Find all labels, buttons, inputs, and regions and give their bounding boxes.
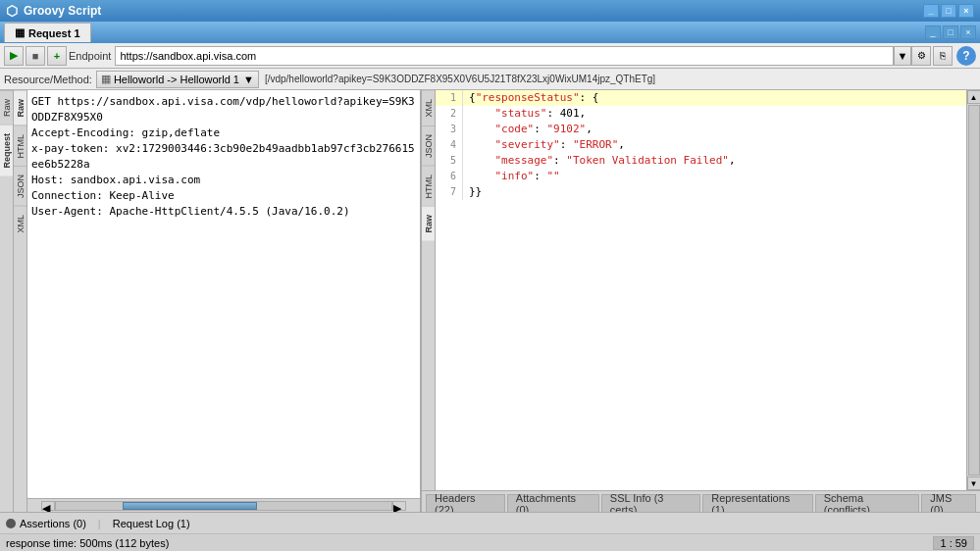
line-number: 3: [436, 122, 463, 137]
log-label: Request Log (1): [113, 518, 190, 529]
dropdown-icon: ▼: [243, 74, 254, 85]
line-number: 5: [436, 153, 463, 169]
tab-close-btn[interactable]: ×: [960, 25, 976, 39]
right-side-tabs: XML JSON HTML Raw: [422, 90, 436, 490]
request-tab-icon: ▦: [15, 26, 25, 39]
settings-btn[interactable]: ⚙: [911, 46, 931, 66]
copy-btn[interactable]: ⎘: [933, 46, 953, 66]
json-line-3: 3 "code": "9102",: [436, 122, 966, 137]
json-line-4: 4 "severity": "ERROR",: [436, 137, 966, 153]
left-content: Raw HTML JSON XML GET https://sandbox.ap…: [14, 90, 420, 512]
grid-icon: ▦: [101, 73, 111, 85]
json-line-5: 5 "message": "Token Validation Failed",: [436, 153, 966, 169]
request-tab-bar: ▦ Request 1 _ □ ×: [0, 22, 980, 43]
vscroll-down-btn[interactable]: ▼: [967, 476, 981, 490]
vscroll-up-btn[interactable]: ▲: [967, 90, 981, 104]
endpoint-input[interactable]: [115, 46, 894, 66]
horizontal-scrollbar[interactable]: ◀ ▶: [27, 498, 420, 512]
response-bottom-tab-1[interactable]: Attachments (0): [507, 494, 599, 512]
vscroll-track[interactable]: [968, 105, 980, 476]
side-tab-raw[interactable]: Raw: [0, 90, 13, 125]
split-area: Raw Request Raw HTML JSON XML GET https:…: [0, 90, 980, 512]
title-text: Groovy Script: [24, 4, 101, 18]
right-content: XML JSON HTML Raw 1{"responseStatus": {2…: [422, 90, 980, 490]
line-number: 7: [436, 184, 463, 200]
separator: |: [98, 518, 101, 529]
line-number: 1: [436, 90, 463, 106]
req-tab-raw[interactable]: Raw: [14, 90, 26, 125]
left-panel: Raw Request Raw HTML JSON XML GET https:…: [0, 90, 422, 512]
resource-path: [/vdp/helloworld?apikey=S9K3ODDZF8X95X0V…: [265, 74, 976, 84]
title-controls: _ □ ×: [923, 4, 974, 18]
tab-minimize-btn[interactable]: _: [925, 25, 941, 39]
request-tab[interactable]: ▦ Request 1: [4, 23, 91, 42]
add-button[interactable]: +: [47, 46, 67, 66]
json-line-2: 2 "status": 401,: [436, 106, 966, 122]
json-line-1: 1{"responseStatus": {: [436, 90, 966, 106]
assertion-label: Assertions (0): [20, 518, 86, 529]
resp-tab-xml[interactable]: XML: [422, 90, 435, 125]
json-line-7: 7}}: [436, 184, 966, 200]
req-tab-json[interactable]: JSON: [14, 166, 26, 206]
endpoint-dropdown[interactable]: ▼: [894, 46, 911, 66]
line-number: 6: [436, 169, 463, 184]
right-panel: XML JSON HTML Raw 1{"responseStatus": {2…: [422, 90, 980, 512]
json-editor[interactable]: 1{"responseStatus": {2 "status": 401,3 "…: [436, 90, 966, 490]
json-line-6: 6 "info": "": [436, 169, 966, 184]
req-tab-html[interactable]: HTML: [14, 125, 26, 167]
response-bottom-tab-5[interactable]: JMS (0): [921, 494, 976, 512]
assertion-dot: [6, 519, 16, 528]
line-col: 1 : 59: [933, 536, 974, 550]
line-content: "info": "": [463, 169, 560, 184]
response-bottom-tab-3[interactable]: Representations (1): [702, 494, 813, 512]
title-bar: ⬡ Groovy Script _ □ ×: [0, 0, 980, 22]
endpoint-label: Endpoint: [69, 50, 111, 62]
hscroll-thumb[interactable]: [123, 502, 257, 510]
app-icon: ⬡: [6, 3, 18, 19]
line-content: "severity": "ERROR",: [463, 137, 625, 153]
resp-tab-raw[interactable]: Raw: [422, 206, 435, 241]
line-content: {"responseStatus": {: [463, 90, 598, 106]
minimize-btn[interactable]: _: [923, 4, 939, 18]
hscroll-left-btn[interactable]: ◀: [41, 501, 55, 511]
resp-tab-json[interactable]: JSON: [422, 125, 435, 166]
line-content: "message": "Token Validation Failed",: [463, 153, 736, 169]
tab-bar-controls: _ □ ×: [925, 25, 976, 39]
help-button[interactable]: ?: [956, 46, 976, 66]
response-tabs: Headers (22)Attachments (0)SSL Info (3 c…: [422, 490, 980, 512]
resource-label: Resource/Method:: [4, 74, 92, 85]
response-bottom-tab-0[interactable]: Headers (22): [426, 494, 505, 512]
tab-restore-btn[interactable]: □: [943, 25, 958, 39]
resource-method-row: Resource/Method: ▦ Helloworld -> Hellowo…: [0, 69, 980, 90]
line-number: 2: [436, 106, 463, 122]
play-button[interactable]: ▶: [4, 46, 24, 66]
resp-tab-html[interactable]: HTML: [422, 166, 435, 207]
line-number: 4: [436, 137, 463, 153]
response-time: response time: 500ms (112 bytes): [6, 537, 169, 549]
hscroll-track[interactable]: [55, 501, 392, 511]
hscroll-right-btn[interactable]: ▶: [392, 501, 406, 511]
response-bottom-tab-4[interactable]: Schema (conflicts): [815, 494, 920, 512]
toolbar-row: ▶ ■ + Endpoint ▼ ⚙ ⎘ ?: [0, 43, 980, 69]
request-body[interactable]: GET https://sandbox.api.visa.com/vdp/hel…: [27, 90, 420, 498]
response-bottom-tab-2[interactable]: SSL Info (3 certs): [601, 494, 700, 512]
bottom-bar: Assertions (0) | Request Log (1): [0, 512, 980, 533]
line-content: }}: [463, 184, 482, 200]
vertical-scrollbar[interactable]: ▲ ▼: [966, 90, 980, 490]
request-tab-label: Request 1: [28, 27, 80, 39]
method-value: Helloworld -> Helloworld 1: [114, 74, 239, 85]
req-tab-xml[interactable]: XML: [14, 206, 26, 241]
status-bar: response time: 500ms (112 bytes) 1 : 59: [0, 533, 980, 551]
restore-btn[interactable]: □: [941, 4, 956, 18]
line-content: "status": 401,: [463, 106, 586, 122]
left-side-tabs: Raw Request: [0, 90, 14, 512]
stop-button[interactable]: ■: [26, 46, 45, 66]
request-side-tabs: Raw HTML JSON XML: [14, 90, 27, 512]
toolbar-extra-buttons: ⚙ ⎘: [911, 46, 953, 66]
resource-method-select[interactable]: ▦ Helloworld -> Helloworld 1 ▼: [96, 71, 259, 88]
line-content: "code": "9102",: [463, 122, 593, 137]
main-container: ▦ Request 1 _ □ × ▶ ■ + Endpoint ▼ ⚙ ⎘ ?…: [0, 22, 980, 551]
close-btn[interactable]: ×: [958, 4, 974, 18]
side-tab-request[interactable]: Request: [0, 125, 13, 176]
